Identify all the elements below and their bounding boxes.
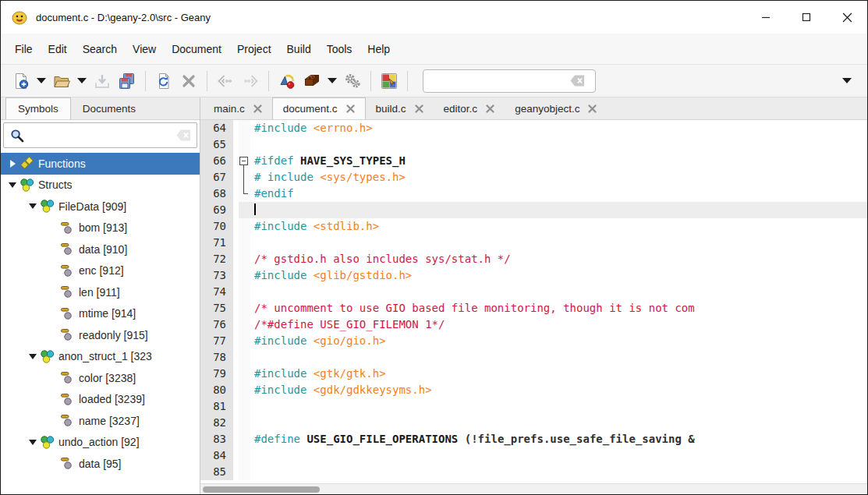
- open-file-dropdown[interactable]: [74, 69, 90, 94]
- code-line-73[interactable]: 73#include <glib/gstdio.h>: [200, 267, 867, 284]
- fold-margin: [239, 333, 250, 349]
- code-line-75[interactable]: 75/* uncomment to use GIO based file mon…: [200, 300, 867, 316]
- editor-tab-geanyobject-c[interactable]: geanyobject.c: [505, 97, 607, 119]
- code-line-74[interactable]: 74: [200, 284, 867, 300]
- code-line-79[interactable]: 79#include <gtk/gtk.h>: [200, 366, 867, 382]
- tree-item-label: FileData [909]: [58, 200, 126, 213]
- toolbar-overflow-dropdown[interactable]: [839, 69, 855, 94]
- sidebar-tab-documents[interactable]: Documents: [71, 97, 147, 119]
- menu-tools[interactable]: Tools: [319, 39, 360, 59]
- code-line-80[interactable]: 80#include <gdk/gdkkeysyms.h>: [200, 382, 867, 398]
- save-all-button[interactable]: [115, 69, 140, 94]
- save-file-button[interactable]: [90, 69, 115, 94]
- minimize-button[interactable]: [746, 1, 786, 34]
- menu-file[interactable]: File: [7, 39, 41, 59]
- code-line-67[interactable]: 67# include <sys/types.h>: [200, 169, 867, 186]
- tree-item-anon-struct-1-323[interactable]: anon_struct_1 [323: [1, 346, 200, 368]
- compile-button[interactable]: [275, 69, 299, 94]
- editor-tab-editor-c[interactable]: editor.c: [434, 97, 505, 119]
- run-button[interactable]: [340, 69, 365, 94]
- code-line-65[interactable]: 65: [200, 136, 867, 153]
- expander-expanded-icon[interactable]: [29, 440, 37, 445]
- open-file-button[interactable]: [49, 69, 74, 94]
- tree-item-len-911[interactable]: len [911]: [1, 281, 200, 303]
- tree-item-filedata-909[interactable]: FileData [909]: [1, 196, 200, 217]
- close-button[interactable]: [827, 1, 867, 34]
- new-document-button[interactable]: [9, 69, 34, 94]
- tree-item-functions[interactable]: Functions: [1, 153, 200, 175]
- tree-item-undo-action-92[interactable]: undo_action [92]: [1, 432, 200, 454]
- menu-project[interactable]: Project: [229, 39, 279, 59]
- clear-symbol-search-icon[interactable]: [175, 129, 192, 142]
- menu-document[interactable]: Document: [164, 39, 229, 59]
- code-line-66[interactable]: 66#ifdef HAVE_SYS_TYPES_H: [200, 153, 867, 169]
- tree-item-color-3238[interactable]: color [3238]: [1, 367, 200, 389]
- editor-tab-document-c[interactable]: document.c: [272, 97, 366, 119]
- tab-close-icon[interactable]: [415, 104, 423, 113]
- tab-close-icon[interactable]: [253, 104, 262, 113]
- expander-expanded-icon[interactable]: [9, 182, 16, 188]
- code-line-78[interactable]: 78: [200, 349, 867, 366]
- editor-tab-main-c[interactable]: main.c: [204, 97, 272, 119]
- fold-margin[interactable]: [239, 153, 250, 169]
- horizontal-scrollbar-thumb[interactable]: [203, 486, 320, 493]
- build-dropdown[interactable]: [324, 69, 340, 94]
- line-number: 66: [200, 153, 233, 169]
- code-line-69[interactable]: 69: [200, 202, 867, 218]
- navigate-forward-button[interactable]: [238, 69, 263, 94]
- symbol-search-input[interactable]: [28, 129, 175, 142]
- tree-item-data-910[interactable]: data [910]: [1, 239, 200, 260]
- maximize-button[interactable]: [786, 1, 827, 34]
- code-line-72[interactable]: 72/* gstdio.h also includes sys/stat.h *…: [200, 251, 867, 267]
- new-document-dropdown[interactable]: [34, 69, 49, 94]
- menu-view[interactable]: View: [125, 39, 164, 59]
- fold-margin: [239, 186, 250, 202]
- tree-item-enc-912[interactable]: enc [912]: [1, 260, 200, 282]
- code-line-81[interactable]: 81: [200, 398, 867, 415]
- code-line-76[interactable]: 76/*#define USE_GIO_FILEMON 1*/: [200, 316, 867, 333]
- menu-search[interactable]: Search: [75, 39, 125, 59]
- sidebar-tab-symbols[interactable]: Symbols: [5, 97, 71, 119]
- search-input[interactable]: [428, 75, 569, 87]
- tree-item-loaded-3239[interactable]: loaded [3239]: [1, 389, 200, 411]
- tab-close-icon[interactable]: [346, 104, 355, 113]
- clear-search-icon[interactable]: [569, 74, 586, 87]
- revert-file-button[interactable]: [151, 69, 176, 94]
- tree-item-bom-913[interactable]: bom [913]: [1, 217, 200, 239]
- horizontal-scrollbar[interactable]: [200, 483, 867, 494]
- tree-item-structs[interactable]: Structs: [1, 175, 200, 196]
- menu-edit[interactable]: Edit: [41, 39, 75, 59]
- symbol-search-box: [3, 122, 197, 148]
- tab-close-icon[interactable]: [588, 104, 597, 113]
- editor-tab-build-c[interactable]: build.c: [366, 97, 434, 119]
- tree-item-data-95[interactable]: data [95]: [1, 453, 200, 475]
- code-line-85[interactable]: 85: [200, 464, 867, 480]
- expander-collapsed-icon[interactable]: [10, 160, 16, 168]
- menu-build[interactable]: Build: [279, 39, 319, 59]
- fold-margin: [239, 120, 250, 136]
- line-number: 79: [200, 366, 233, 382]
- color-chooser-button[interactable]: [377, 69, 402, 94]
- close-file-button[interactable]: [176, 69, 201, 94]
- code-line-84[interactable]: 84: [200, 447, 867, 464]
- code-view[interactable]: 64#include <errno.h>6566#ifdef HAVE_SYS_…: [200, 120, 867, 483]
- expander-expanded-icon[interactable]: [29, 354, 37, 359]
- code-line-77[interactable]: 77#include <gio/gio.h>: [200, 333, 867, 349]
- build-button[interactable]: [299, 69, 324, 94]
- code-line-71[interactable]: 71: [200, 235, 867, 251]
- menu-help[interactable]: Help: [360, 39, 398, 59]
- code-line-64[interactable]: 64#include <errno.h>: [200, 120, 867, 136]
- fold-collapse-icon[interactable]: [239, 157, 248, 165]
- code-text: /* uncomment to use GIO based file monit…: [250, 300, 867, 316]
- expander-expanded-icon[interactable]: [29, 203, 37, 209]
- navigate-back-button[interactable]: [213, 69, 238, 94]
- code-line-68[interactable]: 68#endif: [200, 186, 867, 202]
- code-line-83[interactable]: 83#define USE_GIO_FILE_OPERATIONS (!file…: [200, 431, 867, 447]
- tab-close-icon[interactable]: [486, 104, 494, 113]
- code-text: #define USE_GIO_FILE_OPERATIONS (!file_p…: [250, 431, 867, 447]
- tree-item-mtime-914[interactable]: mtime [914]: [1, 303, 200, 325]
- tree-item-readonly-915[interactable]: readonly [915]: [1, 324, 200, 346]
- code-line-70[interactable]: 70#include <stdlib.h>: [200, 218, 867, 235]
- code-line-82[interactable]: 82: [200, 415, 867, 431]
- tree-item-name-3237[interactable]: name [3237]: [1, 410, 200, 432]
